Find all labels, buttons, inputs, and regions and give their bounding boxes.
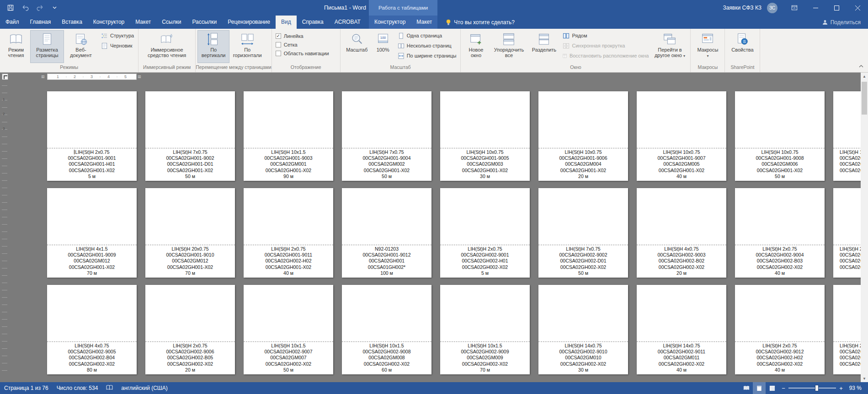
print-layout-button[interactable]: Разметка страницы	[30, 30, 64, 63]
ribbon-display-options-button[interactable]	[784, 0, 805, 16]
zoom-100-button[interactable]: 100 100%	[372, 30, 394, 63]
draft-button[interactable]: Черновик	[99, 41, 136, 51]
tab-home[interactable]: Главная	[25, 16, 57, 29]
page-card[interactable]: LIH(St)H 10x0.7500CSA02GH001-900500CSA02…	[440, 91, 530, 181]
page-text-line: 100 м	[342, 270, 431, 276]
page-card[interactable]: LIH(St)H 7x0.7500CSA02GH002-900200CSA02G…	[538, 188, 628, 278]
page-card[interactable]: LIH(St)H 4x0.7500CSA02GH002-900300CSA02G…	[637, 188, 726, 278]
tab-insert[interactable]: Вставка	[56, 16, 88, 29]
page-card[interactable]: LIH(St)H 14x0.7500CSA02GH002-901100CSA02…	[637, 285, 726, 374]
read-mode-button[interactable]: Режим чтения	[2, 30, 30, 63]
one-page-button[interactable]: Одна страница	[395, 31, 459, 41]
tell-me-box[interactable]: Что вы хотите сделать?	[446, 16, 515, 29]
page-card[interactable]: LIH(St)H 2x0.7500CSA02GH001-900100CSA02G…	[47, 91, 137, 181]
undo-button[interactable]	[21, 4, 29, 12]
proofing-status-icon[interactable]	[102, 385, 117, 392]
horizontal-movement-button[interactable]: По горизонтали	[229, 30, 265, 63]
page-card[interactable]: LIH(St)H 7x0.7500CSA02GH001-900200CSA02G…	[145, 91, 235, 181]
zoom-slider[interactable]	[788, 382, 836, 394]
switch-windows-button[interactable]: Перейти в другое окно ▾	[651, 30, 688, 63]
page-card[interactable]: LIH(St)H 10x0.7500CSA02GH001-900600CSA02…	[538, 91, 628, 181]
navigation-pane-checkbox[interactable]: Область навигации	[274, 49, 331, 58]
web-layout-button[interactable]: Веб-документ	[64, 30, 98, 63]
collapse-ribbon-button[interactable]	[859, 61, 863, 69]
page-text-line: 00CSA02GH001-9010	[145, 252, 235, 258]
page-card[interactable]: LIH(St)H 4x1.500CSA02GH001-900900CSA02GM…	[47, 188, 137, 278]
page-card[interactable]: LIH(St)H 10x1.500CSA02GH002-900800CSA02G…	[342, 285, 431, 374]
zoom-slider-thumb[interactable]	[815, 385, 819, 391]
page-card[interactable]: LIH(St)H 7x0.7500CSA02GH001-900400CSA02G…	[342, 91, 431, 181]
account-name[interactable]: Заявки СФЗ КЗ	[723, 5, 761, 11]
gridlines-checkbox[interactable]: Сетка	[274, 40, 299, 49]
page-card[interactable]: LIH(St)H 10x0.7500CSA02GH001-900700CSA02…	[637, 91, 726, 181]
scroll-down-icon[interactable]: ▼	[861, 375, 868, 382]
page-card[interactable]: LIH(St)H 10x0.7500CSA02GH001-900800CSA02…	[735, 91, 825, 181]
page-text-line: 00CSA02GH002-X02	[440, 264, 530, 270]
tab-table-layout[interactable]: Макет	[411, 16, 437, 29]
tab-file[interactable]: Файл	[0, 16, 25, 29]
arrange-all-button[interactable]: Упорядочить все	[489, 30, 528, 63]
tab-review[interactable]: Рецензирование	[222, 16, 276, 29]
tab-layout[interactable]: Макет	[130, 16, 156, 29]
zoom-slider-track[interactable]	[788, 388, 836, 389]
page-card[interactable]: LIH(St)H 10x1.500CSA02GH002-900700CSA02G…	[244, 285, 333, 374]
tab-view[interactable]: Вид	[276, 16, 297, 29]
page-text-line: 00CSA02GH002-X02	[440, 361, 530, 367]
print-layout-view-button[interactable]	[753, 382, 766, 394]
zoom-in-button[interactable]: +	[836, 385, 846, 392]
new-window-button[interactable]: Новое окно	[463, 30, 489, 63]
scroll-up-icon[interactable]: ▲	[861, 73, 868, 80]
page-indicator[interactable]: Страница 1 из 76	[0, 385, 53, 391]
page-card[interactable]: LIH(St)H 2x0.7500CSA02GH002-900100CSA02G…	[440, 188, 530, 278]
zoom-percentage[interactable]: 93 %	[846, 385, 868, 391]
multiple-pages-button[interactable]: Несколько страниц	[395, 41, 459, 51]
zoom-out-button[interactable]: −	[778, 385, 788, 392]
page-card[interactable]: LIH(St)H 2x0.7500CSA02GH002-901200CSA02G…	[735, 285, 825, 374]
tab-design[interactable]: Конструктор	[88, 16, 130, 29]
page-card[interactable]: LIH(St)H 20x0.7500CSA02GH001-901000CSA02…	[145, 188, 235, 278]
save-button[interactable]	[6, 4, 15, 12]
view-side-by-side-button[interactable]: Рядом	[560, 31, 651, 41]
word-window: Письма1 - Word Работа с таблицами Заявки…	[0, 0, 868, 394]
page-card[interactable]: LIH(St)H 4x0.7500CSA02GH002-900500CSA02G…	[47, 285, 137, 374]
page-card[interactable]: LIH(St)H 100CSA02GH000CSA02GM000CSA02GH0	[833, 91, 861, 181]
tab-acrobat[interactable]: ACROBAT	[329, 16, 366, 29]
page-card[interactable]: LIH(St)H 2x0.7500CSA02GH001-901100CSA02G…	[244, 188, 333, 278]
page-card[interactable]: LIH(St)H 2x0.7500CSA02GH002-900600CSA02G…	[145, 285, 235, 374]
minimize-button[interactable]	[805, 0, 826, 16]
page-width-button[interactable]: По ширине страницы	[395, 51, 459, 61]
share-button[interactable]: Поделиться	[822, 16, 868, 29]
outline-button[interactable]: Структура	[99, 31, 136, 41]
maximize-button[interactable]	[826, 0, 847, 16]
vertical-movement-button[interactable]: По вертикали	[197, 30, 229, 63]
qat-customize-button[interactable]	[50, 4, 59, 12]
vertical-scrollbar[interactable]: ▲ ▼	[861, 73, 868, 382]
sharepoint-properties-button[interactable]: S Свойства	[727, 30, 758, 63]
language-indicator[interactable]: английский (США)	[117, 385, 171, 391]
page-card[interactable]: LIH(St)H 2x0.7500CSA02GH002-900400CSA02G…	[735, 188, 825, 278]
split-button[interactable]: Разделить	[528, 30, 559, 63]
word-count[interactable]: Число слов: 534	[53, 385, 102, 391]
avatar[interactable]: ЗС	[767, 3, 777, 13]
redo-button[interactable]	[36, 4, 44, 12]
page-card[interactable]: LIH(St)H 200CSA02GH000CSA02GH000CSA02GH0	[833, 285, 861, 374]
scrollbar-thumb[interactable]	[862, 82, 867, 115]
page-card[interactable]: LIH(St)H 14x0.7500CSA02GH002-901000CSA02…	[538, 285, 628, 374]
page-card[interactable]: LIH(St)H 200CSA02GH000CSA02GH000CSA02GH0	[833, 188, 861, 278]
read-mode-view-button[interactable]	[740, 382, 753, 394]
ruler-checkbox[interactable]: ✓ Линейка	[274, 32, 305, 40]
immersive-reader-button[interactable]: Иммерсивное средство чтения	[140, 30, 193, 63]
tab-table-design[interactable]: Конструктор	[369, 16, 411, 29]
document-area: 1 · 2 · 3 · 4 · 5 ⊞ ⊞ 123 LIH(St)H 2x0.7…	[0, 73, 868, 382]
zoom-button[interactable]: Масштаб	[342, 30, 372, 63]
tab-mailings[interactable]: Рассылки	[186, 16, 222, 29]
page-card[interactable]: N92-0120300CSA02GH001-901200CSA02GH00100…	[342, 188, 431, 278]
page-card[interactable]: LIH(St)H 10x1.500CSA02GH001-900300CSA02G…	[244, 91, 333, 181]
tab-help[interactable]: Справка	[297, 16, 329, 29]
macros-button[interactable]: Макросы▾	[692, 30, 723, 63]
tab-references[interactable]: Ссылки	[156, 16, 186, 29]
page-card[interactable]: LIH(St)H 10x1.500CSA02GH002-900900CSA02G…	[440, 285, 530, 374]
web-layout-view-button[interactable]	[766, 382, 778, 394]
dropdown-arrow-icon: ▾	[683, 54, 685, 58]
close-button[interactable]	[847, 0, 868, 16]
